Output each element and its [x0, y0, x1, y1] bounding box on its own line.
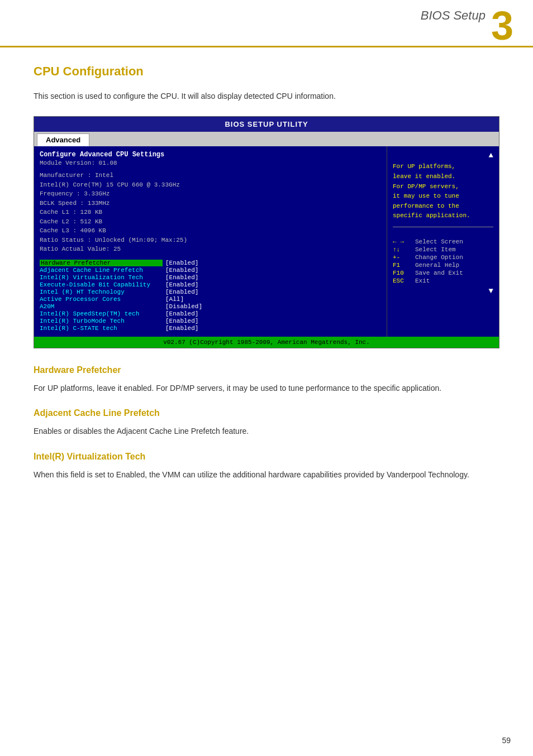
bios-setting-row[interactable]: Intel(R) TurboMode Tech[Enabled] [40, 318, 381, 324]
right-info-line: specific application. [393, 211, 493, 221]
setting-name: Intel(R) SpeedStep(TM) tech [40, 310, 163, 317]
right-info-line: For UP platforms, [393, 162, 493, 172]
setting-value: [Enabled] [165, 325, 198, 332]
bios-footer: v02.67 (C)Copyright 1985-2009, American … [34, 337, 499, 348]
setting-value: [All] [165, 296, 184, 303]
bios-setting-row[interactable]: Hardware Prefetcher[Enabled] [40, 260, 381, 266]
setting-value: [Enabled] [165, 267, 198, 274]
bios-module-version: Module Version: 01.08 [40, 160, 381, 166]
help-row: ← →Select Screen [393, 238, 493, 245]
setting-value: [Enabled] [165, 281, 198, 288]
cpu-info-row: Cache L3 : 4096 KB [40, 226, 381, 236]
page-number: 59 [502, 736, 511, 745]
bios-config-title: Configure Advanced CPU Settings [40, 151, 381, 159]
page-content: CPU Configuration This section is used t… [0, 47, 533, 517]
bios-right-info: For UP platforms,leave it enabled.For DP… [393, 162, 493, 221]
section-body: When this field is set to Enabled, the V… [34, 468, 499, 481]
right-info-line: it may use to tune [393, 192, 493, 202]
help-key: F10 [393, 270, 415, 276]
help-desc: Save and Exit [415, 270, 463, 276]
bios-setting-row[interactable]: Intel(R) SpeedStep(TM) tech[Enabled] [40, 310, 381, 317]
tab-advanced[interactable]: Advanced [37, 133, 89, 146]
right-separator [393, 227, 493, 227]
bios-setting-row[interactable]: Active Processor Cores[All] [40, 296, 381, 303]
bios-setting-row[interactable]: Intel(R) C-STATE tech[Enabled] [40, 325, 381, 332]
cpu-info-row: Ratio Status : Unlocked (Min:09; Max:25) [40, 236, 381, 245]
bios-help-section: ← →Select Screen↑↓Select Item+-Change Op… [393, 238, 493, 284]
scroll-down-indicator: ▼ [393, 286, 493, 295]
bios-setting-row[interactable]: Intel(R) Virtualization Tech[Enabled] [40, 274, 381, 281]
bios-left-panel: Configure Advanced CPU Settings Module V… [34, 146, 387, 337]
setting-name: Intel(R) C-STATE tech [40, 325, 163, 332]
help-row: ESCExit [393, 277, 493, 284]
setting-value: [Enabled] [165, 260, 198, 266]
cpu-info-row: Manufacturer : Intel [40, 171, 381, 180]
help-key: +- [393, 254, 415, 261]
chapter-number: 3 [491, 6, 513, 46]
setting-name: A20M [40, 303, 163, 310]
section-heading: Hardware Prefetcher [34, 365, 499, 375]
help-desc: Select Item [415, 246, 456, 253]
section-body: Enables or disables the Adjacent Cache L… [34, 425, 499, 437]
setting-value: [Enabled] [165, 310, 198, 317]
help-desc: Exit [415, 277, 430, 284]
intro-text: This section is used to configure the CP… [34, 90, 499, 102]
cpu-info-row: Cache L2 : 512 KB [40, 217, 381, 227]
setting-name: Hardware Prefetcher [40, 260, 163, 266]
bios-setting-row[interactable]: Execute-Disable Bit Capability[Enabled] [40, 281, 381, 288]
setting-name: Active Processor Cores [40, 296, 163, 303]
setting-name: Intel(R) TurboMode Tech [40, 318, 163, 324]
cpu-info-row: Cache L1 : 128 KB [40, 208, 381, 217]
setting-name: Intel(R) Virtualization Tech [40, 274, 163, 281]
page-title: CPU Configuration [34, 64, 499, 79]
cpu-info-row: BCLK Speed : 133MHz [40, 199, 381, 208]
bios-setting-row[interactable]: A20M[Disabled] [40, 303, 381, 310]
help-row: F10Save and Exit [393, 270, 493, 276]
help-row: ↑↓Select Item [393, 246, 493, 253]
help-key: F1 [393, 262, 415, 269]
right-info-line: leave it enabled. [393, 172, 493, 182]
help-desc: Change Option [415, 254, 463, 261]
setting-name: Adjacent Cache Line Prefetch [40, 267, 163, 274]
setting-name: Execute-Disable Bit Capability [40, 281, 163, 288]
bios-tab-bar: Advanced [34, 132, 499, 146]
setting-value: [Enabled] [165, 318, 198, 324]
cpu-info-row: Intel(R) Core(TM) i5 CPU 660 @ 3.33GHz [40, 180, 381, 190]
section-heading: Adjacent Cache Line Prefetch [34, 408, 499, 418]
setting-name: Intel (R) HT Technology [40, 289, 163, 295]
bios-setup-label: BIOS Setup [421, 6, 486, 23]
help-key: ↑↓ [393, 246, 415, 253]
page-header: BIOS Setup 3 [0, 0, 533, 47]
help-key: ESC [393, 277, 415, 284]
bios-cpu-info: Manufacturer : IntelIntel(R) Core(TM) i5… [40, 171, 381, 254]
setting-value: [Disabled] [165, 303, 202, 310]
bios-utility-box: BIOS SETUP UTILITY Advanced Configure Ad… [34, 116, 499, 348]
help-desc: General Help [415, 262, 459, 269]
doc-sections: Hardware PrefetcherFor UP platforms, lea… [34, 365, 499, 481]
bios-right-panel: ▲ For UP platforms,leave it enabled.For … [387, 146, 499, 337]
help-key: ← → [393, 238, 415, 245]
setting-value: [Enabled] [165, 274, 198, 281]
bios-setting-row[interactable]: Intel (R) HT Technology[Enabled] [40, 289, 381, 295]
section-heading: Intel(R) Virtualization Tech [34, 452, 499, 462]
cpu-info-row: Frequency : 3.33GHz [40, 189, 381, 199]
setting-value: [Enabled] [165, 289, 198, 295]
help-row: F1General Help [393, 262, 493, 269]
help-desc: Select Screen [415, 238, 463, 245]
right-info-line: For DP/MP servers, [393, 182, 493, 192]
bios-main-area: Configure Advanced CPU Settings Module V… [34, 146, 499, 337]
bios-title-bar: BIOS SETUP UTILITY [34, 117, 499, 132]
bios-settings-list: Hardware Prefetcher[Enabled]Adjacent Cac… [40, 260, 381, 332]
bios-setting-row[interactable]: Adjacent Cache Line Prefetch[Enabled] [40, 267, 381, 274]
section-body: For UP platforms, leave it enabled. For … [34, 382, 499, 394]
cpu-info-row: Ratio Actual Value: 25 [40, 245, 381, 254]
scroll-up-indicator: ▲ [393, 151, 493, 160]
help-row: +-Change Option [393, 254, 493, 261]
right-info-line: performance to the [393, 202, 493, 212]
